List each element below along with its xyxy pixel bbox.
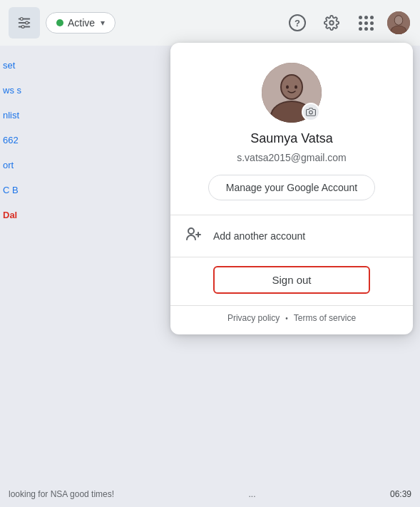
chevron-down-icon: ▾: [101, 18, 105, 28]
sidebar-item-3: nlist: [0, 110, 39, 121]
svg-point-19: [309, 111, 313, 114]
svg-point-15: [282, 76, 302, 98]
account-dropdown-panel: Saumya Vatsa s.vatsa2015@gmail.com Manag…: [170, 43, 413, 334]
message-preview: looking for NSA good times!: [9, 489, 114, 499]
signout-section: Sign out: [170, 257, 413, 305]
status-indicator: [56, 19, 63, 26]
user-name: Saumya Vatsa: [250, 131, 333, 146]
apps-button[interactable]: [352, 9, 380, 37]
svg-point-6: [329, 21, 334, 25]
change-photo-button[interactable]: [302, 103, 320, 121]
filter-icon: [16, 15, 32, 31]
signout-button[interactable]: Sign out: [213, 266, 370, 294]
gear-icon: [324, 15, 339, 31]
add-account-label: Add another account: [213, 230, 305, 242]
footer-separator: •: [285, 314, 288, 322]
svg-point-10: [395, 16, 403, 24]
bottom-dots: ...: [249, 489, 256, 499]
settings-button[interactable]: [317, 9, 346, 37]
profile-avatar-wrapper: [262, 63, 322, 123]
sidebar-item-7: Dal: [0, 210, 39, 220]
sidebar-item-5: ort: [0, 160, 39, 170]
privacy-policy-link[interactable]: Privacy policy: [227, 313, 280, 323]
status-pill[interactable]: Active ▾: [46, 12, 116, 34]
manage-account-button[interactable]: Manage your Google Account: [208, 175, 375, 200]
sidebar-item-4: 662: [0, 135, 39, 145]
svg-point-4: [26, 21, 29, 24]
sidebar-item-6: C B: [0, 185, 39, 195]
sidebar-background: set ws s nlist 662 ort C B Dal: [0, 46, 39, 507]
account-avatar-button[interactable]: [386, 10, 411, 36]
svg-point-18: [294, 86, 297, 89]
svg-point-17: [286, 86, 289, 89]
svg-point-20: [188, 228, 194, 234]
terms-of-service-link[interactable]: Terms of service: [294, 313, 356, 323]
question-icon: ?: [289, 14, 306, 31]
panel-footer: Privacy policy • Terms of service: [170, 306, 413, 334]
sidebar-item-2: ws s: [0, 85, 39, 96]
bottom-bar: looking for NSA good times! ... 06:39: [0, 481, 420, 507]
grid-icon: [359, 16, 374, 31]
top-bar: Active ▾ ?: [0, 0, 420, 46]
help-button[interactable]: ?: [283, 9, 312, 37]
filter-button[interactable]: [9, 7, 40, 39]
status-label: Active: [68, 17, 95, 29]
add-account-icon: [185, 225, 202, 247]
svg-point-5: [21, 26, 24, 29]
camera-icon: [306, 107, 316, 117]
user-email: s.vatsa2015@gmail.com: [237, 152, 347, 163]
profile-section: Saumya Vatsa s.vatsa2015@gmail.com Manag…: [170, 43, 413, 215]
svg-point-3: [21, 18, 24, 21]
add-account-row[interactable]: Add another account: [170, 215, 413, 257]
sidebar-item-1: set: [0, 60, 39, 71]
account-avatar-image: [387, 11, 410, 34]
bottom-time: 06:39: [390, 489, 411, 499]
